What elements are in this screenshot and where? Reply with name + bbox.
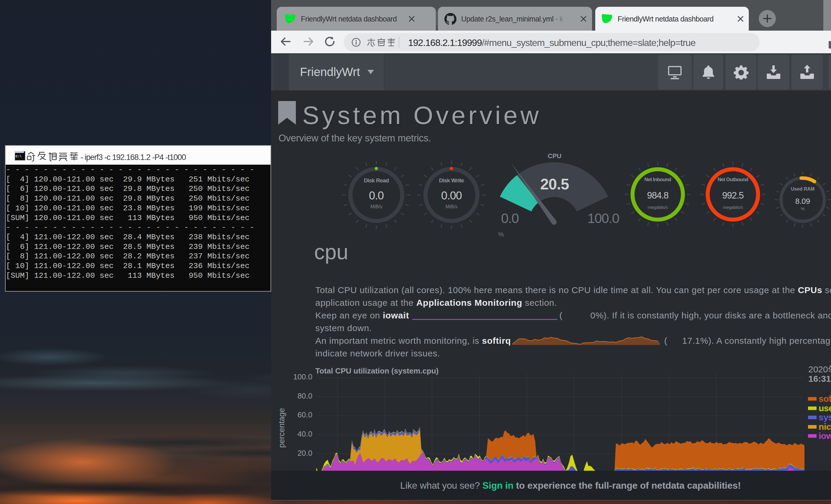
svg-text:Disk Write: Disk Write [439, 177, 464, 183]
svg-text:Net Inbound: Net Inbound [644, 177, 671, 182]
svg-text:MiB/s: MiB/s [446, 204, 457, 209]
svg-text:megabits/s: megabits/s [723, 205, 743, 210]
svg-text:Net Outbound: Net Outbound [718, 177, 748, 182]
svg-text:100.0: 100.0 [587, 211, 619, 226]
svg-text:0.0: 0.0 [501, 211, 518, 226]
svg-text:Disk Read: Disk Read [364, 177, 389, 183]
svg-text:8.09: 8.09 [795, 197, 810, 206]
svg-text:992.5: 992.5 [722, 190, 744, 201]
svg-text:20.5: 20.5 [540, 176, 569, 192]
svg-text:984.8: 984.8 [647, 190, 669, 201]
svg-text:0.0: 0.0 [369, 189, 384, 202]
svg-text:0.00: 0.00 [441, 189, 462, 202]
svg-text:%: % [801, 206, 804, 211]
svg-text:MiB/s: MiB/s [370, 204, 382, 209]
svg-text:C:\: C:\ [16, 155, 22, 158]
svg-text:%: % [498, 231, 504, 238]
svg-text:Used RAM: Used RAM [791, 186, 814, 191]
svg-text:CPU: CPU [548, 152, 562, 160]
svg-text:megabits/s: megabits/s [648, 205, 668, 210]
